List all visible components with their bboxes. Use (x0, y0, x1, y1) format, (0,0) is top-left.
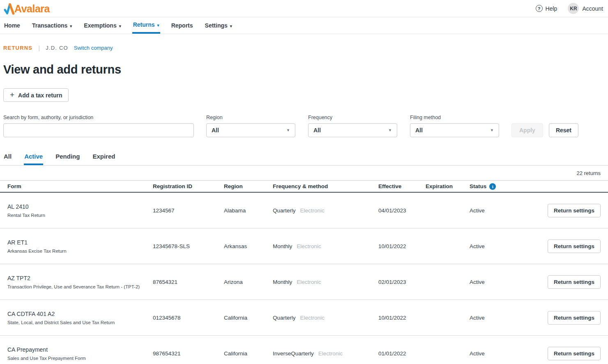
table-row: CA Prepayment Sales and Use Tax Prepayme… (0, 336, 608, 364)
help-icon: ? (536, 5, 543, 12)
registration-id-cell: 1234567 (153, 207, 224, 214)
filing-method-value: Electronic (300, 207, 325, 214)
region-cell: Arkansas (224, 243, 273, 249)
nav-item-settings[interactable]: Settings ▾ (204, 17, 233, 34)
frequency-method-cell: InverseQuarterly Electronic (273, 350, 378, 357)
table-header: Form Registration ID Region Frequency & … (0, 180, 608, 193)
effective-date-cell: 02/01/2023 (378, 279, 426, 285)
tab-expired[interactable]: Expired (92, 150, 115, 165)
frequency-value: Quarterly (273, 207, 296, 214)
column-header-region: Region (224, 183, 273, 189)
form-description: Rental Tax Return (7, 213, 145, 218)
frequency-value: InverseQuarterly (273, 350, 314, 357)
table-row: CA CDTFA 401 A2 State, Local, and Distri… (0, 300, 608, 336)
form-description: State, Local, and District Sales and Use… (7, 320, 145, 325)
registration-id-cell: 012345678 (153, 315, 224, 321)
main-nav: Home Transactions ▾ Exemptions ▾ Returns… (0, 17, 608, 34)
nav-label: Settings (205, 22, 228, 29)
topbar-right: ? Help KR Account (536, 3, 603, 14)
frequency-method-cell: Monthly Electronic (273, 279, 378, 285)
filing-method-select[interactable]: All ▼ (410, 123, 499, 137)
region-cell: Arizona (224, 279, 273, 285)
effective-date-cell: 04/01/2023 (378, 207, 426, 214)
add-tax-return-label: Add a tax return (18, 92, 62, 99)
action-cell: Return settings (550, 275, 601, 289)
effective-date-cell: 10/01/2022 (378, 315, 426, 321)
filing-method-value: Electronic (297, 279, 321, 285)
table-row: AR ET1 Arkansas Excise Tax Return 123456… (0, 228, 608, 264)
effective-date-cell: 01/01/2022 (378, 350, 426, 357)
avatar: KR (568, 3, 579, 14)
filing-method-value: Electronic (297, 243, 321, 249)
table-body: AL 2410 Rental Tax Return 1234567 Alabam… (0, 193, 608, 364)
nav-label: Exemptions (84, 22, 116, 29)
form-cell: AL 2410 Rental Tax Return (7, 203, 153, 218)
reset-button[interactable]: Reset (549, 123, 578, 137)
column-header-frequency-method: Frequency & method (273, 183, 378, 189)
search-input[interactable] (3, 123, 194, 137)
status-cell: Active (470, 279, 550, 285)
tab-pending[interactable]: Pending (55, 150, 80, 165)
status-tabs: All Active Pending Expired (0, 150, 608, 166)
frequency-method-cell: Quarterly Electronic (273, 207, 378, 214)
frequency-filter-group: Frequency All ▼ (308, 115, 397, 137)
frequency-value: Monthly (273, 243, 292, 249)
registration-id-cell: 87654321 (153, 279, 224, 285)
return-settings-button[interactable]: Return settings (548, 275, 601, 289)
search-group: Search by form, authority, or jurisdicti… (3, 115, 194, 137)
breadcrumb-section: RETURNS (3, 45, 32, 51)
search-label: Search by form, authority, or jurisdicti… (3, 115, 194, 120)
filing-method-value: Electronic (318, 350, 343, 357)
form-name: AL 2410 (7, 203, 145, 210)
page-title: View and add returns (0, 51, 608, 76)
form-description: Sales and Use Tax Prepayment Form (7, 356, 145, 361)
action-cell: Return settings (550, 311, 601, 325)
action-cell: Return settings (550, 347, 601, 360)
nav-item-transactions[interactable]: Transactions ▾ (31, 17, 73, 34)
form-cell: AR ET1 Arkansas Excise Tax Return (7, 239, 153, 253)
filing-method-label: Filing method (410, 115, 499, 120)
tab-all[interactable]: All (3, 150, 12, 165)
return-settings-button[interactable]: Return settings (548, 311, 601, 325)
form-description: Transaction Privilege, Use and Severance… (7, 284, 145, 289)
return-settings-button[interactable]: Return settings (548, 240, 601, 253)
switch-company-link[interactable]: Switch company (74, 45, 113, 51)
account-menu[interactable]: KR Account (568, 3, 603, 14)
effective-date-cell: 10/01/2022 (378, 243, 426, 249)
frequency-select[interactable]: All ▼ (308, 123, 397, 137)
status-cell: Active (470, 207, 550, 214)
nav-item-reports[interactable]: Reports (170, 17, 194, 34)
region-label: Region (206, 115, 295, 120)
region-selected-value: All (212, 127, 219, 134)
nav-label: Transactions (32, 22, 67, 29)
nav-item-home[interactable]: Home (3, 17, 21, 34)
form-description: Arkansas Excise Tax Return (7, 249, 145, 253)
return-settings-button[interactable]: Return settings (548, 347, 601, 360)
region-filter-group: Region All ▼ (206, 115, 295, 137)
frequency-method-cell: Monthly Electronic (273, 243, 378, 249)
info-icon[interactable]: i (489, 183, 496, 190)
frequency-value: Quarterly (273, 315, 296, 321)
form-cell: CA CDTFA 401 A2 State, Local, and Distri… (7, 311, 153, 325)
region-cell: California (224, 350, 273, 357)
account-label: Account (582, 5, 603, 12)
caret-down-icon: ▼ (388, 128, 392, 132)
nav-item-exemptions[interactable]: Exemptions ▾ (83, 17, 122, 34)
tab-active[interactable]: Active (24, 150, 43, 165)
caret-down-icon: ▼ (490, 128, 494, 132)
region-select[interactable]: All ▼ (206, 123, 295, 137)
avalara-logo[interactable]: Avalara (3, 2, 50, 15)
help-menu[interactable]: ? Help (536, 5, 557, 12)
region-cell: Alabama (224, 207, 273, 214)
form-name: AZ TPT2 (7, 275, 145, 281)
chevron-down-icon: ▾ (157, 23, 159, 28)
region-cell: California (224, 315, 273, 321)
add-tax-return-button[interactable]: + Add a tax return (3, 88, 69, 102)
nav-item-returns[interactable]: Returns ▾ (132, 17, 160, 34)
help-label: Help (546, 5, 557, 12)
breadcrumb-company: J.D. CO (46, 45, 68, 51)
results-count-row: 22 returns (0, 166, 608, 180)
frequency-method-cell: Quarterly Electronic (273, 315, 378, 321)
return-settings-button[interactable]: Return settings (548, 204, 601, 217)
apply-button[interactable]: Apply (511, 123, 543, 137)
